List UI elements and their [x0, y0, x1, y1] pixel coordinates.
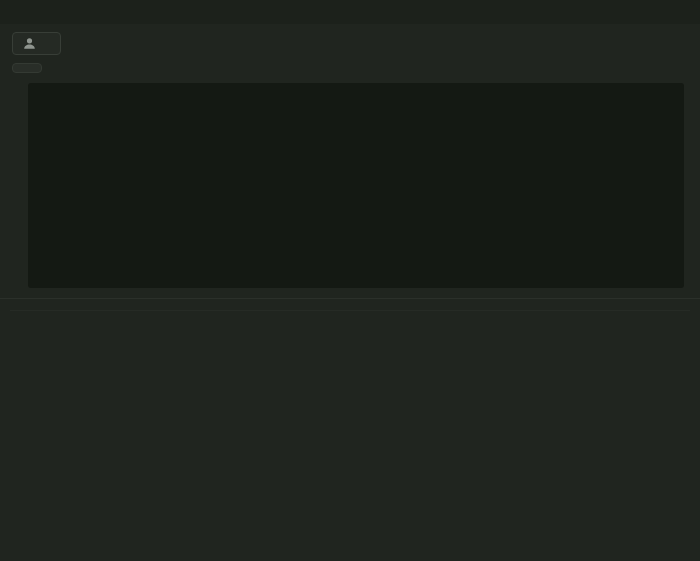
chart-panel: [28, 83, 684, 288]
table-header-row: [10, 299, 690, 311]
player-row: [0, 24, 700, 55]
menu-bar: [0, 0, 700, 24]
filter-bar: [0, 55, 700, 79]
player-selector[interactable]: [12, 32, 61, 55]
winnings-chart[interactable]: [28, 86, 684, 288]
stack-sizes-table: [10, 299, 690, 311]
add-filter-button[interactable]: [12, 63, 42, 73]
player-icon: [23, 37, 36, 50]
app-window: [0, 0, 700, 311]
